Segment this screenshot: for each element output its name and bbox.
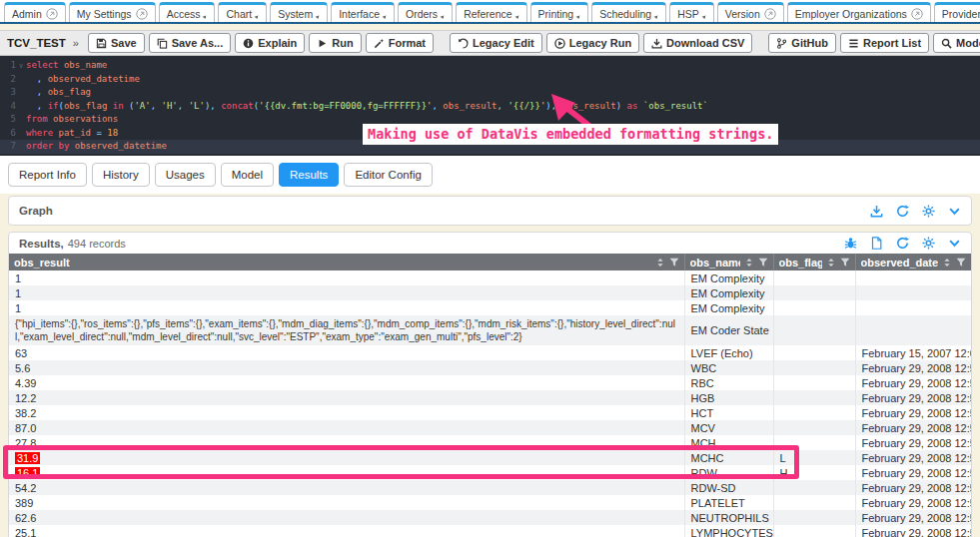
bug-icon[interactable]	[844, 237, 857, 250]
tab-usages[interactable]: Usages	[155, 163, 216, 187]
formatted-result-chip: 31.9	[15, 452, 40, 464]
cell-obs-name: MCH	[684, 435, 773, 450]
formatted-result-chip: 16.1	[15, 467, 40, 479]
nav-tab-label: Interface	[339, 8, 380, 20]
cell-obs-flag	[773, 420, 855, 435]
github-button[interactable]: GitHub	[768, 33, 836, 53]
legacy-run-button[interactable]: Legacy Run	[546, 33, 639, 53]
table-row: 1EM Complexity	[9, 285, 971, 300]
button-label: Legacy Run	[569, 37, 631, 49]
fold-arrow-icon[interactable]: ∨	[16, 59, 26, 73]
nav-tab-orders[interactable]: Orders	[398, 2, 453, 22]
submenu-caret-icon	[441, 15, 446, 19]
submenu-caret-icon	[383, 15, 388, 19]
file-icon[interactable]	[870, 237, 883, 250]
save-button[interactable]: Save	[88, 33, 145, 53]
chevron-down-icon[interactable]	[948, 237, 961, 250]
nav-tab-access[interactable]: Access	[159, 2, 216, 22]
results-table: obs_resultobs_nameobs_flagobserved_datet…	[9, 254, 971, 537]
cell-obs-result: {"hpi_items":{},"ros_items":{},"pfs_item…	[9, 315, 684, 345]
results-panel-header[interactable]: Results, 494 records	[9, 233, 971, 254]
nav-tab-provider-management[interactable]: Provider Management	[934, 2, 980, 22]
nav-tab-interface[interactable]: Interface	[331, 2, 395, 22]
table-row: 5.6WBCFebruary 29, 2008 12:58 PM	[9, 360, 971, 375]
filter-icon[interactable]	[758, 258, 768, 268]
gear-icon[interactable]	[922, 237, 935, 250]
filter-icon[interactable]	[840, 258, 850, 268]
cell-obs-flag	[773, 285, 855, 300]
filter-icon[interactable]	[956, 258, 966, 268]
submenu-caret-icon	[203, 15, 208, 19]
run-button[interactable]: Run	[309, 33, 361, 53]
download-icon	[651, 38, 662, 49]
cell-observed-datetime: February 29, 2008 12:58 PM	[855, 465, 971, 480]
submenu-caret-icon	[316, 15, 321, 19]
cell-obs-name: NEUTROPHILS	[684, 510, 773, 525]
graph-panel-header[interactable]: Graph	[9, 197, 971, 225]
cell-obs-name: RBC	[684, 375, 773, 390]
nav-tab-admin[interactable]: Admin	[4, 2, 66, 22]
tab-editor-config[interactable]: Editor Config	[344, 163, 432, 187]
line-number: 2	[0, 73, 16, 87]
sort-icon[interactable]	[744, 258, 754, 268]
report-list-button[interactable]: Report List	[840, 33, 929, 53]
sort-icon[interactable]	[655, 258, 665, 268]
model-button[interactable]: Model	[933, 33, 980, 53]
button-label: Report List	[863, 37, 921, 49]
play-circle-icon	[554, 38, 565, 49]
nav-tab-label: Chart	[226, 8, 252, 20]
cell-obs-name: HCT	[684, 405, 773, 420]
cell-obs-result: 63	[9, 345, 684, 360]
save-icon	[96, 38, 107, 49]
nav-tab-scheduling[interactable]: Scheduling	[591, 2, 666, 22]
results-panel: Results, 494 records obs_resultobs_nameo…	[8, 232, 972, 537]
button-label: Save As...	[172, 37, 224, 49]
sort-icon[interactable]	[942, 258, 952, 268]
code-line-4: 4 , if(obs_flag in ('A', 'H', 'L'), conc…	[0, 100, 980, 114]
nav-tab-employer-organizations[interactable]: Employer Organizations	[787, 2, 931, 22]
download-icon[interactable]	[870, 205, 883, 218]
legacy-edit-button[interactable]: Legacy Edit	[450, 33, 542, 53]
table-row: 63LVEF (Echo)February 15, 2007 12:00 AM	[9, 345, 971, 360]
code-text: from observations	[26, 113, 118, 127]
cell-obs-result: 1	[9, 285, 684, 300]
explain-button[interactable]: Explain	[235, 33, 305, 53]
column-header-obs-result[interactable]: obs_result	[9, 254, 684, 270]
submenu-caret-icon	[514, 15, 519, 19]
external-link-icon	[46, 8, 58, 20]
nav-tab-label: System	[278, 8, 313, 20]
nav-tab-printing[interactable]: Printing	[530, 2, 589, 22]
format-button[interactable]: Format	[366, 33, 434, 53]
filter-icon[interactable]	[669, 258, 679, 268]
save-as-button[interactable]: Save As...	[149, 33, 232, 53]
tab-report-info[interactable]: Report Info	[8, 163, 87, 187]
chevron-down-icon[interactable]	[948, 205, 961, 218]
column-header-obs-name[interactable]: obs_name	[684, 254, 773, 270]
table-row: 4.39RBCFebruary 29, 2008 12:58 PM	[9, 375, 971, 390]
download-csv-button[interactable]: Download CSV	[643, 33, 752, 53]
cell-observed-datetime: February 29, 2008 12:58 PM	[855, 405, 971, 420]
line-number: 5	[0, 113, 16, 127]
refresh-icon[interactable]	[896, 205, 909, 218]
tab-history[interactable]: History	[92, 163, 150, 187]
column-header-obs-flag[interactable]: obs_flag	[773, 254, 855, 270]
cell-observed-datetime: February 29, 2008 12:58 PM	[855, 435, 971, 450]
cell-observed-datetime: February 29, 2008 12:58 PM	[855, 375, 971, 390]
tab-model[interactable]: Model	[221, 163, 274, 187]
nav-tab-label: My Settings	[77, 8, 132, 20]
gear-icon[interactable]	[922, 205, 935, 218]
nav-tab-hsp[interactable]: HSP	[669, 2, 714, 22]
nav-tab-system[interactable]: System	[270, 2, 328, 22]
nav-tab-version[interactable]: Version	[717, 2, 784, 22]
nav-tab-chart[interactable]: Chart	[218, 2, 267, 22]
sort-icon[interactable]	[826, 258, 836, 268]
column-header-observed-datetime[interactable]: observed_datetime	[855, 254, 971, 270]
nav-tab-my-settings[interactable]: My Settings	[69, 2, 156, 22]
nav-tab-label: Version	[725, 8, 760, 20]
cell-observed-datetime	[855, 315, 971, 345]
nav-tab-label: Employer Organizations	[795, 8, 907, 20]
tab-results[interactable]: Results	[279, 163, 339, 187]
nav-tab-reference[interactable]: Reference	[456, 2, 526, 22]
report-name-chevron[interactable]: »	[73, 37, 79, 49]
refresh-icon[interactable]	[896, 237, 909, 250]
